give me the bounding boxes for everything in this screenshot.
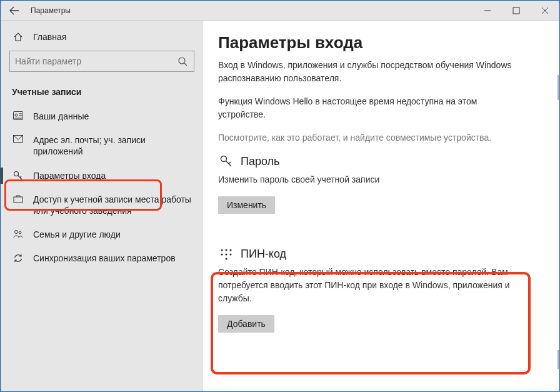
pin-heading: ПИН-код [241,248,286,261]
password-heading: Пароль [241,155,279,168]
search-icon [178,56,189,66]
content-pane: Параметры входа Вход в Windows, приложен… [203,21,559,392]
home-icon [12,32,24,42]
id-card-icon [12,111,24,120]
svg-rect-15 [14,197,22,203]
hello-unavailable-text: Функция Windows Hello в настоящее время … [218,95,518,121]
titlebar: Параметры [1,1,559,21]
page-title: Параметры входа [218,33,541,53]
svg-point-25 [225,253,227,255]
add-pin-button[interactable]: Добавить [218,315,274,333]
scrollbar[interactable] [558,350,559,369]
nav-item-sign-in-options[interactable]: Параметры входа [1,164,203,188]
nav-label: Ваши данные [33,111,199,122]
scrollbar[interactable] [558,75,559,100]
key-icon [218,154,234,168]
maximize-icon [512,7,520,14]
svg-point-12 [14,171,19,176]
nav-item-family[interactable]: Семья и другие люди [1,223,203,246]
svg-point-17 [19,231,21,234]
key-icon [12,171,24,181]
svg-point-24 [221,253,222,255]
minimize-icon [484,7,491,14]
svg-line-14 [20,176,21,178]
nav-label: Доступ к учетной записи места работы или… [33,194,199,216]
svg-point-4 [179,58,185,64]
svg-rect-1 [513,8,519,14]
sync-icon [12,253,24,263]
close-icon [541,7,549,14]
close-button[interactable] [531,1,559,21]
nav-label: Семья и другие люди [33,229,199,240]
hello-help-text: Посмотрите, как это работает, и найдите … [218,131,518,144]
window-title: Параметры [28,6,473,15]
change-password-button[interactable]: Изменить [218,196,275,214]
svg-point-22 [225,249,227,251]
home-label: Главная [33,32,66,42]
search-input[interactable] [15,56,178,66]
maximize-button[interactable] [502,1,531,21]
nav-label: Синхронизация ваших параметров [33,253,199,264]
home-nav[interactable]: Главная [1,27,203,47]
intro-text: Вход в Windows, приложения и службы поср… [218,59,518,85]
nav-label: Адрес эл. почты; уч. записи приложений [33,134,199,157]
nav-label: Параметры входа [33,170,199,181]
svg-line-20 [229,162,231,164]
svg-line-19 [226,161,231,166]
svg-point-26 [229,253,231,255]
section-header: Учетные записи [1,82,203,104]
mail-icon [12,135,24,143]
arrow-left-icon [9,6,19,15]
password-desc: Изменить пароль своей учетной записи [218,173,518,186]
nav-item-your-info[interactable]: Ваши данные [1,104,203,128]
password-heading-row: Пароль [218,154,541,168]
svg-line-5 [184,63,187,66]
minimize-button[interactable] [473,1,502,21]
svg-point-27 [225,258,227,259]
nav-item-work-school[interactable]: Доступ к учетной записи места работы или… [1,188,203,223]
nav-item-email-accounts[interactable]: Адрес эл. почты; уч. записи приложений [1,128,203,163]
pin-desc: Создайте ПИН-код, который можно использо… [218,266,518,305]
nav-item-sync[interactable]: Синхронизация ваших параметров [1,246,203,270]
pin-heading-row: ПИН-код [218,248,541,261]
window-controls [473,1,559,21]
svg-point-16 [15,231,18,234]
people-icon [12,229,24,238]
search-box[interactable] [9,51,194,72]
svg-point-21 [221,249,222,251]
pin-pad-icon [218,248,234,261]
svg-point-7 [15,114,18,116]
svg-point-23 [229,249,231,251]
sidebar: Главная Учетные записи Ваши данные Адрес… [1,21,203,392]
briefcase-icon [12,194,24,203]
nav-list: Ваши данные Адрес эл. почты; уч. записи … [1,104,203,271]
back-button[interactable] [1,1,28,21]
